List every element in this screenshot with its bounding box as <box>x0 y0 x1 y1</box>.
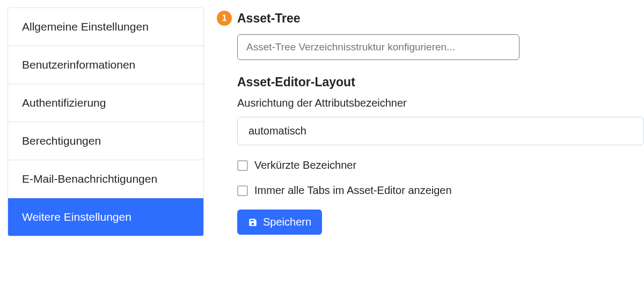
sidebar-item-label: E-Mail-Benachrichtigungen <box>22 173 157 185</box>
alignment-select[interactable]: automatisch <box>237 117 644 145</box>
checkbox-short-labels-label: Verkürzte Bezeichner <box>254 159 356 171</box>
sidebar-item-label: Benutzerinformationen <box>22 58 135 71</box>
sidebar-item-label: Weitere Einstellungen <box>22 211 131 223</box>
alignment-select-value: automatisch <box>248 125 306 137</box>
checkbox-short-labels[interactable]: Verkürzte Bezeichner <box>237 159 644 171</box>
configure-asset-tree-button[interactable]: Asset-Tree Verzeichnisstruktur konfiguri… <box>237 34 519 60</box>
checkbox-show-all-tabs-label: Immer alle Tabs im Asset-Editor anzeigen <box>254 184 452 197</box>
asset-tree-heading: Asset-Tree <box>237 11 301 26</box>
sidebar-item-permissions[interactable]: Berechtigungen <box>8 122 203 160</box>
checkbox-box-icon <box>237 160 248 171</box>
sidebar-item-auth[interactable]: Authentifizierung <box>8 84 203 122</box>
sidebar-item-label: Authentifizierung <box>22 96 106 109</box>
main-content: 1 Asset-Tree Asset-Tree Verzeichnisstruk… <box>217 8 644 236</box>
checkbox-show-all-tabs[interactable]: Immer alle Tabs im Asset-Editor anzeigen <box>237 184 644 197</box>
asset-tree-heading-row: 1 Asset-Tree <box>217 11 644 26</box>
save-button[interactable]: Speichern <box>237 210 322 235</box>
alignment-label: Ausrichtung der Attributsbezeichner <box>237 97 644 109</box>
checkbox-box-icon <box>237 185 248 196</box>
settings-sidebar: Allgemeine Einstellungen Benutzerinforma… <box>8 8 204 236</box>
editor-layout-heading: Asset-Editor-Layout <box>237 75 644 89</box>
save-icon <box>248 218 258 227</box>
sidebar-item-userinfo[interactable]: Benutzerinformationen <box>8 46 203 84</box>
save-button-label: Speichern <box>263 216 311 228</box>
sidebar-item-general[interactable]: Allgemeine Einstellungen <box>8 8 203 46</box>
sidebar-item-email[interactable]: E-Mail-Benachrichtigungen <box>8 160 203 198</box>
sidebar-item-label: Berechtigungen <box>22 134 101 147</box>
step-badge: 1 <box>217 11 232 26</box>
sidebar-item-label: Allgemeine Einstellungen <box>22 20 149 33</box>
sidebar-item-more-settings[interactable]: Weitere Einstellungen <box>8 198 203 236</box>
